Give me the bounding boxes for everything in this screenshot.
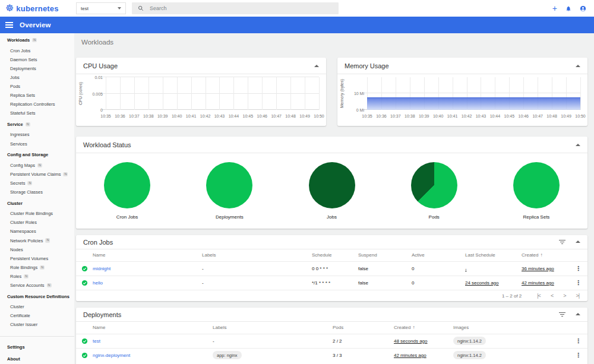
sidebar-item-network-policies[interactable]: Network PoliciesN (0, 236, 74, 245)
sidebar-item-persistent-volume-claims[interactable]: Persistent Volume ClaimsN (0, 170, 74, 179)
x-tick-label: 10:38 (405, 114, 415, 118)
first-page-icon[interactable]: |< (537, 293, 541, 299)
grid-line (177, 77, 178, 110)
sidebar-item-custom-resource-definitions[interactable]: Custom Resource Definitions (0, 292, 74, 301)
x-tick-label: 10:50 (575, 114, 586, 118)
sidebar-item-service[interactable]: ServiceN (0, 120, 74, 129)
labels-cell: - (202, 276, 312, 290)
sidebar-item-cluster[interactable]: Cluster (0, 199, 74, 208)
sidebar-item-label: Cluster (7, 201, 23, 206)
account-icon[interactable] (580, 5, 586, 12)
column-header-active[interactable]: Active (412, 249, 465, 261)
sidebar-item-jobs[interactable]: Jobs (0, 73, 74, 82)
sidebar-item-ingresses[interactable]: Ingresses (0, 130, 74, 139)
sidebar-item-nodes[interactable]: Nodes (0, 245, 74, 254)
labels-cell: app: nginx (213, 348, 333, 362)
sidebar-item-cluster[interactable]: Cluster (0, 302, 74, 311)
sidebar-item-namespaces[interactable]: Namespaces (0, 227, 74, 236)
sidebar-item-certificate[interactable]: Certificate (0, 311, 74, 320)
cron-job-name-link[interactable]: hello (93, 280, 103, 286)
column-header-schedule[interactable]: Schedule (312, 249, 358, 261)
column-header-name[interactable]: Name (93, 322, 213, 334)
sidebar-item-persistent-volumes[interactable]: Persistent Volumes (0, 254, 74, 263)
kubernetes-brand[interactable]: ☸ kubernetes (0, 4, 76, 13)
search-bar[interactable]: Search (132, 2, 339, 14)
create-resource-plus-icon[interactable]: + (552, 4, 557, 12)
sidebar-item-services[interactable]: Services (0, 140, 74, 148)
sidebar-item-workloads[interactable]: WorkloadsN (0, 36, 74, 45)
column-header-created[interactable]: Created↑ (522, 249, 569, 261)
sidebar-item-label: Config and Storage (7, 152, 48, 157)
grid-line (248, 77, 248, 110)
notifications-bell-icon[interactable] (565, 5, 571, 12)
previous-page-icon[interactable]: < (551, 293, 553, 299)
sidebar-item-label: Workloads (7, 37, 30, 43)
deployment-name-link[interactable]: test (93, 338, 100, 344)
row-menu-kebab-icon[interactable]: ⋮ (569, 334, 587, 348)
deployment-name-link[interactable]: nginx-deployment (93, 353, 130, 358)
collapse-card-icon[interactable] (576, 144, 580, 146)
sidebar-item-cluster-issuer[interactable]: Cluster Issuer (0, 320, 74, 329)
sidebar-item-label: Settings (7, 344, 25, 350)
filter-icon[interactable] (559, 312, 565, 317)
sidebar-item-label: Pods (10, 84, 20, 89)
sidebar-item-storage-classes[interactable]: Storage Classes (0, 188, 74, 197)
sidebar-item-settings[interactable]: Settings (0, 341, 74, 353)
sidebar-item-role-bindings[interactable]: Role BindingsN (0, 263, 74, 272)
column-header-images[interactable]: Images (453, 322, 569, 334)
cron-job-name-link[interactable]: midnight (93, 266, 110, 271)
x-tick-label: 10:49 (561, 114, 571, 118)
sidebar-item-config-maps[interactable]: Config MapsN (0, 161, 74, 170)
images-cell: nginx:1.14.2 (453, 334, 569, 348)
column-header-last-schedule[interactable]: Last Schedule (465, 249, 522, 261)
sidebar-item-daemon-sets[interactable]: Daemon Sets (0, 55, 74, 64)
sidebar-item-label: Nodes (10, 247, 23, 252)
row-menu-kebab-icon[interactable]: ⋮ (569, 261, 587, 276)
sidebar-item-cluster-role-bindings[interactable]: Cluster Role Bindings (0, 209, 74, 218)
sidebar-item-label: Services (10, 141, 27, 147)
sidebar-item-pods[interactable]: Pods (0, 82, 74, 91)
sidebar-item-stateful-sets[interactable]: Stateful Sets (0, 109, 74, 118)
x-tick-label: 10:44 (229, 114, 239, 118)
collapse-card-icon[interactable] (576, 240, 580, 243)
x-tick-label: 10:37 (129, 114, 140, 118)
filter-icon[interactable] (559, 240, 565, 245)
sidebar-item-about[interactable]: About (0, 353, 74, 364)
next-page-icon[interactable]: > (563, 293, 565, 299)
x-tick-label: 10:40 (172, 114, 182, 118)
workload-status-item: Cron Jobs (76, 162, 178, 220)
x-tick-label: 10:44 (490, 114, 501, 118)
sidebar-item-cron-jobs[interactable]: Cron Jobs (0, 46, 74, 55)
status-pie-label: Deployments (216, 214, 244, 220)
status-pie-replica-sets (513, 162, 560, 208)
column-header-labels[interactable]: Labels (213, 322, 333, 334)
grid-line (148, 77, 149, 110)
schedule-cell: */1 * * * * (312, 276, 358, 290)
sidebar-item-replication-controllers[interactable]: Replication Controllers (0, 100, 74, 109)
sidebar-item-roles[interactable]: RolesN (0, 272, 74, 281)
sidebar-item-config-and-storage[interactable]: Config and Storage (0, 150, 74, 159)
last-page-icon[interactable]: >| (576, 293, 579, 299)
namespaced-badge: N (45, 238, 50, 243)
sidebar-item-cluster-roles[interactable]: Cluster Roles (0, 218, 74, 227)
column-header-created[interactable]: Created↑ (394, 322, 453, 334)
menu-hamburger-icon[interactable] (5, 22, 13, 28)
collapse-card-icon[interactable] (314, 65, 319, 67)
sidebar-item-service-accounts[interactable]: Service AccountsN (0, 281, 74, 290)
sidebar-item-secrets[interactable]: SecretsN (0, 179, 74, 188)
row-menu-kebab-icon[interactable]: ⋮ (569, 348, 587, 362)
collapse-card-icon[interactable] (576, 65, 580, 67)
collapse-card-icon[interactable] (576, 313, 580, 315)
sidebar-item-label: Deployments (10, 66, 36, 71)
row-menu-kebab-icon[interactable]: ⋮ (569, 276, 587, 290)
column-header-labels[interactable]: Labels (202, 249, 312, 261)
suspend-cell: false (358, 261, 412, 276)
column-header-name[interactable]: Name (93, 249, 202, 261)
workload-status-card: Workload Status Cron JobsDeploymentsJobs… (76, 137, 587, 229)
column-header-suspend[interactable]: Suspend (358, 249, 412, 261)
namespace-select[interactable]: test (76, 2, 126, 14)
sidebar-item-replica-sets[interactable]: Replica Sets (0, 91, 74, 100)
sidebar-item-deployments[interactable]: Deployments (0, 64, 74, 73)
column-header-pods[interactable]: Pods (333, 322, 394, 334)
workload-status-item: Replica Sets (485, 162, 587, 220)
